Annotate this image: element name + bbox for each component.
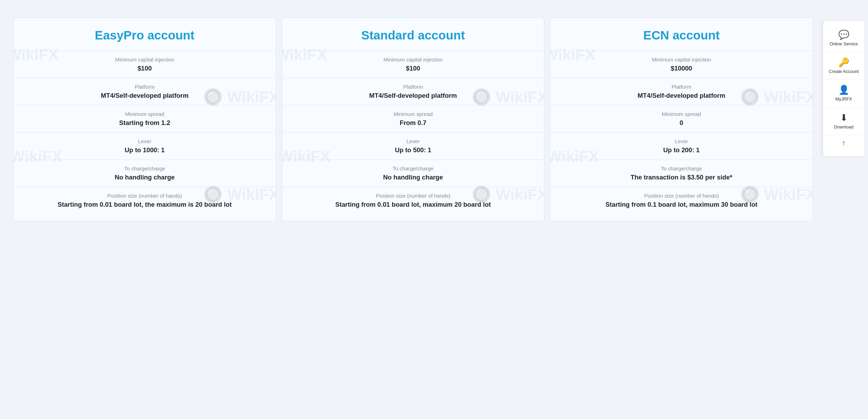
row-value-ecn-0: $10000 — [561, 65, 802, 72]
card-row-ecn-3: LeverUp to 200: 1 — [550, 132, 812, 160]
row-label-ecn-4: To charge/charge — [561, 166, 802, 171]
row-label-standard-3: Lever — [293, 138, 534, 144]
row-value-ecn-1: MT4/Self-developed platform — [561, 92, 802, 100]
account-card-easypro: WikiFX🔘 WikiFXWikiFX🔘 WikiFXEasyPro acco… — [13, 17, 276, 221]
row-label-easypro-3: Lever — [24, 138, 265, 144]
row-label-ecn-3: Lever — [561, 138, 802, 144]
row-label-easypro-2: Minimum spread — [24, 111, 265, 117]
online-service-icon: 💬 — [838, 29, 849, 40]
cards-container: WikiFX🔘 WikiFXWikiFX🔘 WikiFXEasyPro acco… — [3, 10, 823, 228]
row-label-standard-4: To charge/charge — [293, 166, 534, 171]
row-label-easypro-4: To charge/charge — [24, 166, 265, 171]
card-title-ecn: ECN account — [550, 25, 812, 51]
row-label-ecn-0: Minimum capital injection — [561, 57, 802, 63]
row-value-standard-2: From 0.7 — [293, 119, 534, 127]
row-label-ecn-1: Platform — [561, 84, 802, 90]
row-value-easypro-2: Starting from 1.2 — [24, 119, 265, 127]
row-label-ecn-2: Minimum spread — [561, 111, 802, 117]
row-label-easypro-5: Position size (number of hands) — [24, 193, 265, 199]
side-item-create-account[interactable]: 🔑Create Account — [823, 52, 865, 80]
row-value-standard-1: MT4/Self-developed platform — [293, 92, 534, 100]
row-value-ecn-2: 0 — [561, 119, 802, 127]
card-row-standard-1: PlatformMT4/Self-developed platform — [282, 78, 544, 105]
row-value-easypro-1: MT4/Self-developed platform — [24, 92, 265, 100]
account-card-ecn: WikiFX🔘 WikiFXWikiFX🔘 WikiFXECN accountM… — [550, 17, 813, 221]
side-item-download[interactable]: ⬇Download — [823, 108, 865, 135]
create-account-icon: 🔑 — [838, 57, 849, 67]
row-value-easypro-5: Starting from 0.01 board lot, the maximu… — [24, 201, 265, 208]
row-label-easypro-1: Platform — [24, 84, 265, 90]
row-value-easypro-0: $100 — [24, 65, 265, 72]
card-row-easypro-4: To charge/chargeNo handling charge — [14, 160, 276, 187]
myjrfx-icon: 👤 — [838, 84, 849, 95]
side-item-online-service[interactable]: 💬Online Service — [823, 24, 865, 52]
card-row-easypro-3: LeverUp to 1000: 1 — [14, 132, 276, 160]
card-row-standard-0: Minimum capital injection$100 — [282, 51, 544, 78]
myjrfx-label: MyJRFX — [836, 96, 852, 102]
row-value-standard-4: No handling charge — [293, 174, 534, 181]
row-label-standard-2: Minimum spread — [293, 111, 534, 117]
row-label-ecn-5: Position size (number of hands) — [561, 193, 802, 199]
row-value-easypro-3: Up to 1000: 1 — [24, 146, 265, 154]
account-card-standard: WikiFX🔘 WikiFXWikiFX🔘 WikiFXStandard acc… — [282, 17, 545, 221]
side-panel: 💬Online Service🔑Create Account👤MyJRFX⬇Do… — [823, 21, 865, 156]
row-value-standard-5: Starting from 0.01 board lot, maximum 20… — [293, 201, 534, 208]
row-label-standard-5: Position size (number of hands) — [293, 193, 534, 199]
card-row-ecn-2: Minimum spread0 — [550, 105, 812, 132]
row-value-ecn-4: The transaction is $3.50 per side* — [561, 174, 802, 181]
row-label-easypro-0: Minimum capital injection — [24, 57, 265, 63]
row-value-ecn-5: Starting from 0.1 board lot, maximum 30 … — [561, 201, 802, 208]
row-label-standard-0: Minimum capital injection — [293, 57, 534, 63]
row-value-standard-0: $100 — [293, 65, 534, 72]
card-row-standard-4: To charge/chargeNo handling charge — [282, 160, 544, 187]
card-row-easypro-2: Minimum spreadStarting from 1.2 — [14, 105, 276, 132]
create-account-label: Create Account — [829, 69, 859, 74]
card-row-ecn-1: PlatformMT4/Self-developed platform — [550, 78, 812, 105]
card-row-easypro-0: Minimum capital injection$100 — [14, 51, 276, 78]
row-label-standard-1: Platform — [293, 84, 534, 90]
card-row-standard-2: Minimum spreadFrom 0.7 — [282, 105, 544, 132]
online-service-label: Online Service — [830, 41, 858, 47]
download-icon: ⬇ — [840, 112, 848, 123]
card-title-standard: Standard account — [282, 25, 544, 51]
card-row-easypro-5: Position size (number of hands)Starting … — [14, 187, 276, 214]
card-row-standard-3: LeverUp to 500: 1 — [282, 132, 544, 160]
row-value-standard-3: Up to 500: 1 — [293, 146, 534, 154]
card-row-standard-5: Position size (number of hands)Starting … — [282, 187, 544, 214]
card-row-ecn-0: Minimum capital injection$10000 — [550, 51, 812, 78]
row-value-easypro-4: No handling charge — [24, 174, 265, 181]
scroll-up-icon: ↑ — [842, 139, 846, 148]
card-row-ecn-5: Position size (number of hands)Starting … — [550, 187, 812, 214]
side-item-myjrfx[interactable]: 👤MyJRFX — [823, 80, 865, 107]
download-label: Download — [834, 124, 853, 130]
scroll-up-button[interactable]: ↑ — [823, 135, 865, 153]
card-row-ecn-4: To charge/chargeThe transaction is $3.50… — [550, 160, 812, 187]
row-value-ecn-3: Up to 200: 1 — [561, 146, 802, 154]
card-title-easypro: EasyPro account — [14, 25, 276, 51]
page-wrapper: WikiFX🔘 WikiFXWikiFX🔘 WikiFXEasyPro acco… — [3, 10, 865, 228]
card-row-easypro-1: PlatformMT4/Self-developed platform — [14, 78, 276, 105]
